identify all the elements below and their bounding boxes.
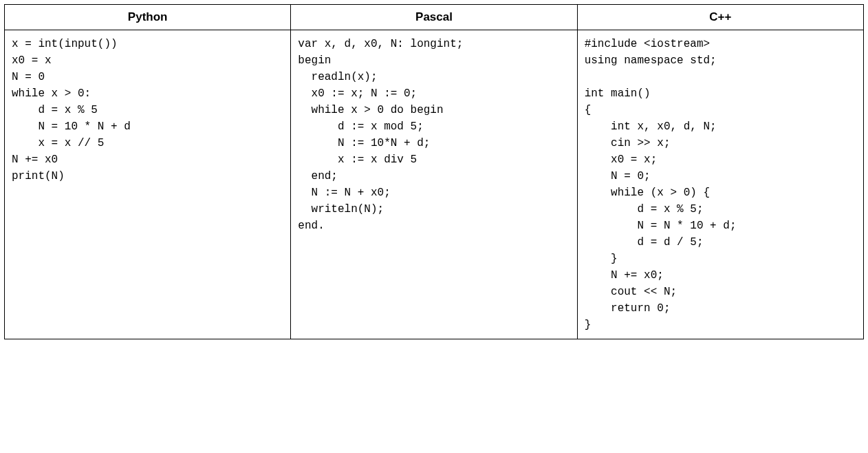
header-python: Python xyxy=(5,5,291,30)
table-row: x = int(input()) x0 = x N = 0 while x > … xyxy=(5,30,864,339)
code-python: x = int(input()) x0 = x N = 0 while x > … xyxy=(12,36,283,185)
header-pascal: Pascal xyxy=(291,5,577,30)
code-pascal: var x, d, x0, N: longint; begin readln(x… xyxy=(298,36,569,234)
code-cpp: #include <iostream> using namespace std;… xyxy=(585,36,856,333)
cell-python: x = int(input()) x0 = x N = 0 while x > … xyxy=(5,30,291,339)
table-header-row: Python Pascal C++ xyxy=(5,5,864,30)
cell-cpp: #include <iostream> using namespace std;… xyxy=(577,30,863,339)
header-cpp: C++ xyxy=(577,5,863,30)
code-comparison-table: Python Pascal C++ x = int(input()) x0 = … xyxy=(4,4,864,339)
cell-pascal: var x, d, x0, N: longint; begin readln(x… xyxy=(291,30,577,339)
